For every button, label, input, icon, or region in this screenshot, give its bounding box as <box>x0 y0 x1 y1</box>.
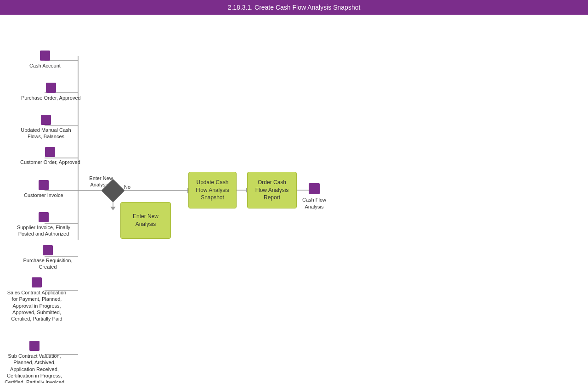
manual-cash-icon <box>41 115 51 125</box>
customer-order-label: Customer Order, Approved <box>20 159 80 165</box>
end-node-label: Cash Flow Analysis <box>300 197 329 211</box>
trigger-purchase-order: Purchase Order, Approved <box>21 83 81 101</box>
cash-account-icon <box>40 51 50 61</box>
svg-marker-15 <box>110 207 116 210</box>
end-node <box>309 183 320 194</box>
trigger-customer-order: Customer Order, Approved <box>20 147 80 165</box>
order-report-box[interactable]: Order Cash Flow Analysis Report <box>247 172 297 208</box>
trigger-cash-account: Cash Account <box>29 51 61 69</box>
trigger-sales-contract: Sales Contract Application for Payment, … <box>5 277 69 322</box>
no-label: No <box>124 184 130 190</box>
trigger-customer-invoice: Customer Invoice <box>24 180 63 198</box>
order-report-label: Order Cash Flow Analysis Report <box>251 179 293 202</box>
page-title: 2.18.3.1. Create Cash Flow Analysis Snap… <box>228 4 361 11</box>
purchase-req-label: Purchase Requisition, Created <box>16 257 80 270</box>
customer-invoice-label: Customer Invoice <box>24 192 63 198</box>
update-snapshot-label: Update Cash Flow Analysis Snapshot <box>192 179 232 202</box>
sales-contract-icon <box>32 277 42 287</box>
title-bar: 2.18.3.1. Create Cash Flow Analysis Snap… <box>0 0 588 15</box>
sub-contract-label: Sub Contract Valuation, Planned, Archive… <box>2 353 67 383</box>
supplier-invoice-label: Supplier Invoice, Finally Posted and Aut… <box>11 224 76 237</box>
purchase-req-icon <box>43 245 53 255</box>
sales-contract-label: Sales Contract Application for Payment, … <box>5 289 69 322</box>
enter-new-analysis-box[interactable]: Enter New Analysis <box>120 202 171 239</box>
supplier-invoice-icon <box>39 212 49 222</box>
customer-invoice-icon <box>39 180 49 190</box>
diagram-area: Cash Account Purchase Order, Approved Up… <box>0 15 588 383</box>
sub-contract-icon <box>29 341 40 351</box>
trigger-manual-cash: Updated Manual Cash Flows, Balances <box>14 115 78 140</box>
cash-account-label: Cash Account <box>29 62 61 69</box>
customer-order-icon <box>45 147 55 157</box>
trigger-supplier-invoice: Supplier Invoice, Finally Posted and Aut… <box>11 212 76 237</box>
trigger-purchase-req: Purchase Requisition, Created <box>16 245 80 270</box>
manual-cash-label: Updated Manual Cash Flows, Balances <box>14 127 78 140</box>
purchase-order-icon <box>46 83 56 93</box>
enter-new-analysis-label: Enter New Analysis <box>124 213 167 228</box>
trigger-sub-contract: Sub Contract Valuation, Planned, Archive… <box>2 341 67 383</box>
update-snapshot-box[interactable]: Update Cash Flow Analysis Snapshot <box>188 172 237 208</box>
purchase-order-label: Purchase Order, Approved <box>21 95 81 101</box>
